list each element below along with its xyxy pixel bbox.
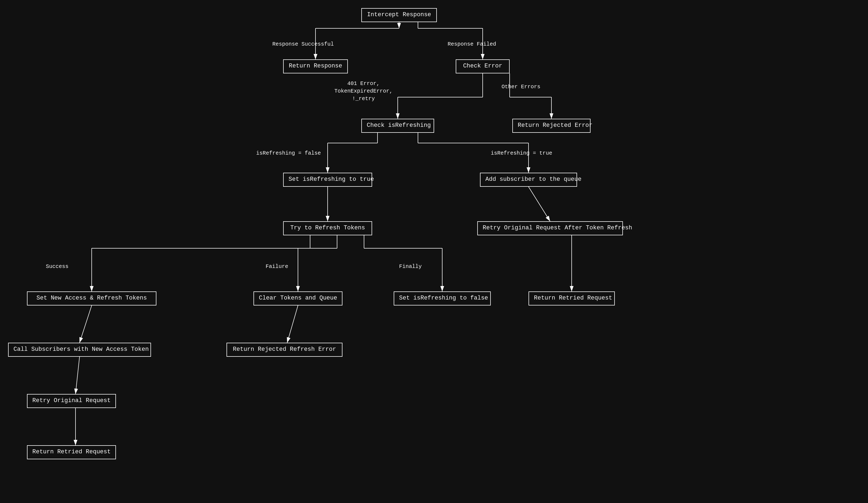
node-return-rejected-error: Return Rejected Error bbox=[512, 119, 590, 133]
label-is-refreshing-false: isRefreshing = false bbox=[256, 150, 321, 156]
node-check-is-refreshing: Check isRefreshing bbox=[361, 119, 434, 133]
node-return-response: Return Response bbox=[283, 59, 348, 73]
node-check-error: Check Error bbox=[456, 59, 510, 73]
node-set-is-refreshing-true: Set isRefreshing to true bbox=[283, 173, 372, 187]
node-intercept-response: Intercept Response bbox=[361, 8, 437, 22]
node-return-retried-bottom: Return Retried Request bbox=[27, 445, 116, 459]
label-finally: Finally bbox=[399, 263, 422, 270]
node-return-retried-right: Return Retried Request bbox=[528, 291, 615, 305]
label-response-successful: Response Successful bbox=[272, 41, 334, 47]
node-set-new-tokens: Set New Access & Refresh Tokens bbox=[27, 291, 156, 305]
svg-line-31 bbox=[80, 305, 92, 343]
svg-line-33 bbox=[75, 357, 80, 394]
node-try-refresh-tokens: Try to Refresh Tokens bbox=[283, 221, 372, 235]
label-is-refreshing-true: isRefreshing = true bbox=[491, 150, 552, 156]
label-error-401: 401 Error, TokenExpiredError, !_retry bbox=[334, 80, 393, 102]
node-set-is-refreshing-false: Set isRefreshing to false bbox=[394, 291, 491, 305]
node-retry-original-request: Retry Original Request bbox=[27, 394, 116, 408]
node-add-subscriber: Add subscriber to the queue bbox=[480, 173, 577, 187]
node-return-rejected-refresh: Return Rejected Refresh Error bbox=[227, 343, 342, 357]
node-call-subscribers: Call Subscribers with New Access Token bbox=[8, 343, 151, 357]
diagram-container: Intercept Response Return Response Check… bbox=[0, 0, 868, 503]
node-retry-original-after-token: Retry Original Request After Token Refre… bbox=[477, 221, 623, 235]
label-failure: Failure bbox=[266, 263, 288, 270]
svg-line-32 bbox=[287, 305, 298, 343]
svg-line-20 bbox=[528, 187, 550, 221]
label-other-errors: Other Errors bbox=[502, 84, 540, 90]
label-response-failed: Response Failed bbox=[448, 41, 496, 47]
label-success: Success bbox=[46, 263, 69, 270]
node-clear-tokens-queue: Clear Tokens and Queue bbox=[254, 291, 342, 305]
